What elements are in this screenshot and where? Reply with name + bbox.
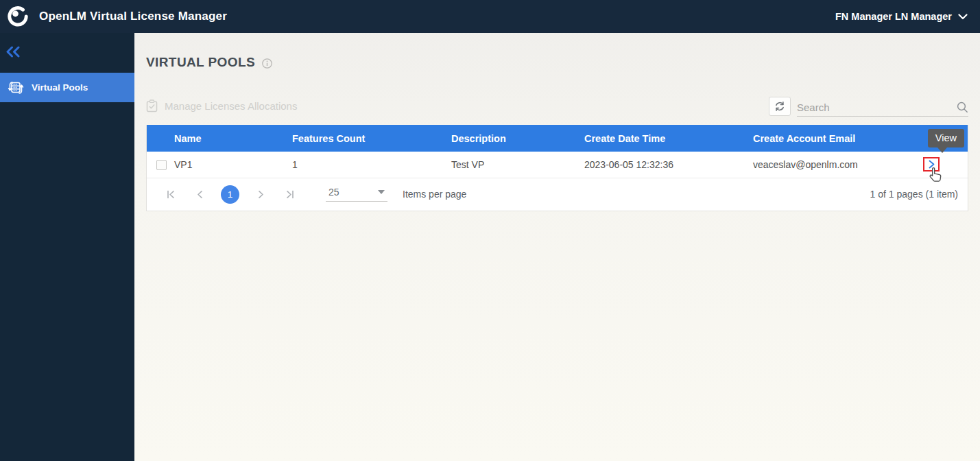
manage-licenses-allocations-button[interactable]: Manage Licenses Allocations <box>146 99 297 113</box>
view-tooltip: View <box>928 129 964 147</box>
tooltip-arrow <box>937 147 947 153</box>
items-per-page-label: Items per page <box>403 189 466 200</box>
cell-actions <box>923 152 968 178</box>
virtual-pools-table: Name Features Count Description Create D… <box>147 125 968 178</box>
column-header-features-count[interactable]: Features Count <box>292 125 451 152</box>
items-per-page-value: 25 <box>328 187 339 198</box>
topbar: OpenLM Virtual License Manager FN Manage… <box>0 0 980 33</box>
next-page-button[interactable] <box>253 187 268 202</box>
first-page-button[interactable] <box>163 187 178 202</box>
virtual-pools-icon <box>7 79 25 97</box>
view-tooltip-label: View <box>935 132 957 143</box>
header-checkbox-cell <box>147 125 174 152</box>
current-page-button[interactable]: 1 <box>221 185 239 204</box>
clipboard-check-icon <box>146 99 158 113</box>
info-icon[interactable] <box>262 58 272 69</box>
search-field <box>797 102 968 117</box>
cell-create-date-time: 2023-06-05 12:32:36 <box>584 152 753 178</box>
virtual-pools-table-card: Name Features Count Description Create D… <box>146 125 968 211</box>
sidebar-item-virtual-pools[interactable]: Virtual Pools <box>0 73 134 102</box>
pagination-bar: 1 25 Items per page 1 of 1 pages (1 item… <box>147 178 968 211</box>
column-header-create-account-email[interactable]: Create Account Email <box>753 125 923 152</box>
table-row: VP1 1 Test VP 2023-06-05 12:32:36 veaces… <box>147 152 968 178</box>
user-menu-label: FN Manager LN Manager <box>835 11 952 22</box>
sidebar-collapse-button[interactable] <box>5 43 26 60</box>
column-header-description[interactable]: Description <box>451 125 584 152</box>
manage-licenses-allocations-label: Manage Licenses Allocations <box>165 100 297 112</box>
app-title: OpenLM Virtual License Manager <box>39 10 227 23</box>
cell-description: Test VP <box>451 152 584 178</box>
view-row-button[interactable] <box>923 157 940 172</box>
cell-features-count: 1 <box>292 152 451 178</box>
pagination-summary: 1 of 1 pages (1 item) <box>870 189 958 200</box>
double-chevron-left-icon <box>5 46 21 58</box>
search-icon[interactable] <box>957 102 968 113</box>
column-header-name[interactable]: Name <box>174 125 292 152</box>
sidebar-item-label: Virtual Pools <box>32 82 88 93</box>
cell-name: VP1 <box>174 152 292 178</box>
openlm-logo-icon <box>8 6 28 27</box>
column-header-create-date-time[interactable]: Create Date Time <box>584 125 753 152</box>
user-menu[interactable]: FN Manager LN Manager <box>835 11 968 22</box>
table-header-row: Name Features Count Description Create D… <box>147 125 968 152</box>
row-checkbox[interactable] <box>156 160 167 170</box>
refresh-icon <box>774 101 785 112</box>
previous-page-button[interactable] <box>192 187 207 202</box>
page-title: VIRTUAL POOLS <box>146 55 255 70</box>
chevron-right-icon <box>928 160 935 169</box>
chevron-down-icon <box>958 14 968 20</box>
sidebar: Virtual Pools <box>0 33 134 461</box>
last-page-button[interactable] <box>282 187 297 202</box>
search-input[interactable] <box>797 102 957 113</box>
caret-down-icon <box>378 190 385 194</box>
cell-create-account-email: veaceslav@openlm.com <box>753 152 923 178</box>
row-checkbox-cell <box>147 152 174 178</box>
main-content: VIRTUAL POOLS Manage Licenses Allocation… <box>134 33 980 461</box>
refresh-button[interactable] <box>769 97 791 116</box>
items-per-page-select[interactable]: 25 <box>326 187 387 202</box>
